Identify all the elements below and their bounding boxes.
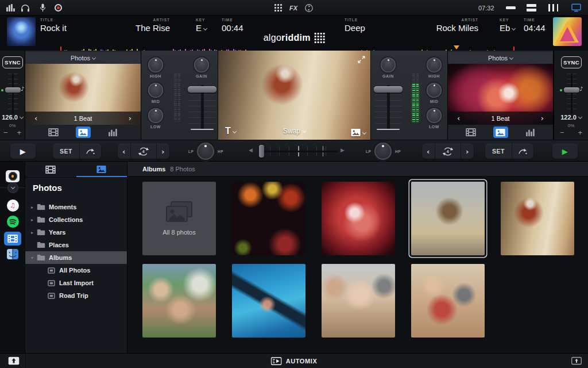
deck2-pitch-plus-button[interactable]: + — [578, 130, 582, 136]
deck2-media-image[interactable]: ‹ 1 Beat › — [448, 64, 553, 125]
photo-thumbnail[interactable] — [142, 264, 216, 338]
deck1-media-image[interactable]: ‹ 1 Beat › — [25, 64, 141, 125]
fullscreen-icon[interactable] — [358, 55, 365, 66]
deck1-jump-cue-button[interactable] — [80, 144, 101, 159]
deck2-loop-halve-button[interactable]: ‹ — [422, 144, 435, 159]
tree-item-last-import[interactable]: Last Import — [25, 277, 127, 289]
deck1-mid-knob[interactable] — [148, 83, 163, 98]
deck2-loop-button[interactable]: 4 — [435, 144, 461, 159]
photo-thumbnail[interactable] — [501, 182, 574, 255]
tree-item-collections[interactable]: ▸ Collections — [25, 213, 127, 226]
all-photos-tile[interactable]: All 8 photos — [142, 182, 216, 255]
video-tab-icon[interactable] — [463, 126, 478, 138]
deck1-volume-fader[interactable] — [188, 85, 216, 130]
video-tab-icon[interactable] — [46, 126, 61, 138]
view-quad-icon[interactable] — [547, 0, 559, 16]
next-beat-button[interactable]: › — [541, 114, 544, 122]
deck2-bpm-value[interactable]: 122.0 — [554, 114, 588, 121]
disclosure-right-icon[interactable]: ▸ — [29, 205, 36, 210]
deck2-pitch-minus-button[interactable]: − — [560, 130, 564, 136]
record-icon[interactable] — [52, 0, 64, 16]
photo-thumbnail[interactable] — [411, 264, 485, 338]
itunes-icon[interactable]: ♫ — [0, 200, 25, 212]
deck2-loop-double-button[interactable]: › — [461, 144, 474, 159]
deck1-key[interactable]: KEY E — [196, 18, 207, 33]
photo-thumbnail-selected[interactable] — [411, 182, 485, 255]
deck1-loop-double-button[interactable]: › — [157, 144, 169, 159]
deck1-bpm-value[interactable]: 126.0 — [0, 114, 25, 121]
videos-source-icon[interactable] — [0, 232, 25, 246]
spotify-icon[interactable] — [0, 216, 25, 228]
deck2-low-knob[interactable] — [427, 108, 442, 123]
disclosure-down-icon[interactable]: ▾ — [29, 255, 36, 260]
finder-icon[interactable] — [0, 249, 25, 259]
photo-source-button[interactable] — [351, 129, 366, 136]
tree-item-moments[interactable]: ▸ Moments — [25, 201, 127, 213]
deck1-pitch-minus-button[interactable]: − — [3, 130, 8, 136]
deck2-mid-knob[interactable] — [427, 83, 442, 98]
deck1-filter-knob[interactable] — [197, 143, 214, 160]
deck1-media-source-dropdown[interactable]: Photos — [25, 52, 141, 64]
deck2-set-cue-button[interactable]: SET — [485, 144, 512, 159]
microphone-icon[interactable] — [37, 0, 48, 16]
deck2-time[interactable]: TIME 04:44 — [524, 18, 546, 33]
display-output-icon[interactable] — [570, 0, 582, 16]
deck2-volume-fader[interactable] — [374, 85, 403, 130]
previous-beat-button[interactable]: ‹ — [457, 114, 460, 122]
photo-tab-icon[interactable] — [493, 126, 508, 138]
headphones-icon[interactable] — [20, 0, 31, 16]
photo-tab-icon[interactable] — [76, 126, 91, 138]
deck1-gain-knob[interactable] — [194, 57, 209, 72]
photo-thumbnail[interactable] — [322, 264, 395, 338]
tree-item-places[interactable]: Places — [25, 239, 127, 251]
deck1-pitch-slider[interactable] — [5, 87, 21, 93]
deck1-high-knob[interactable] — [148, 57, 163, 72]
next-beat-button[interactable]: › — [129, 114, 131, 122]
photo-thumbnail[interactable] — [232, 182, 305, 255]
deck1-set-cue-button[interactable]: SET — [53, 144, 79, 159]
equalizer-tab-icon[interactable] — [106, 126, 121, 138]
deck1-low-knob[interactable] — [148, 108, 163, 123]
deck2-jump-cue-button[interactable] — [512, 144, 533, 159]
beat-length-label[interactable]: 1 Beat — [74, 115, 92, 122]
deck1-loop-button[interactable]: 4 — [131, 144, 156, 159]
tree-item-all-photos[interactable]: All Photos — [25, 264, 127, 277]
tree-item-years[interactable]: ▸ Years — [25, 226, 127, 239]
view-single-icon[interactable] — [505, 0, 516, 16]
deck2-media-source-dropdown[interactable]: Photos — [448, 52, 553, 64]
deck2-high-knob[interactable] — [427, 57, 442, 72]
tab-videos[interactable] — [25, 162, 76, 177]
crossfader[interactable] — [258, 147, 338, 156]
library-levels-icon[interactable] — [5, 0, 16, 16]
deck2-play-button[interactable]: ▶ — [552, 144, 578, 159]
fx-button[interactable]: FX — [287, 0, 300, 16]
djay-library-icon[interactable] — [0, 170, 25, 182]
disclosure-right-icon[interactable]: ▸ — [29, 217, 36, 223]
import-tray-icon[interactable] — [8, 356, 20, 365]
deck2-pitch-slider[interactable] — [564, 87, 579, 93]
crossfader-handle[interactable] — [259, 145, 264, 158]
grid-view-icon[interactable] — [272, 0, 284, 16]
equalizer-tab-icon[interactable] — [523, 126, 538, 138]
deck2-filter-knob[interactable] — [374, 143, 392, 160]
deck1-sync-button[interactable]: SYNC — [2, 56, 23, 68]
collapse-chevron-icon[interactable] — [0, 182, 25, 193]
deck2-key[interactable]: KEY Eb — [500, 18, 515, 33]
deck1-loop-halve-button[interactable]: ‹ — [118, 144, 130, 159]
tree-item-road-trip[interactable]: Road Trip — [25, 289, 127, 302]
deck2-gain-knob[interactable] — [381, 57, 396, 72]
tab-photos[interactable] — [76, 162, 127, 177]
tree-item-albums[interactable]: ▾ Albums — [25, 251, 127, 264]
deck1-time[interactable]: TIME 00:44 — [222, 18, 243, 33]
photo-thumbnail[interactable] — [232, 264, 305, 338]
disclosure-right-icon[interactable]: ▸ — [29, 230, 36, 235]
beat-length-label[interactable]: 1 Beat — [492, 115, 510, 122]
swap-button[interactable]: Swap — [283, 127, 305, 135]
automix-button[interactable]: AUTOMIX — [271, 354, 318, 368]
deck2-sync-button[interactable]: SYNC — [561, 56, 582, 68]
auto-sync-icon[interactable] — [303, 0, 315, 16]
panel-toggle-icon[interactable] — [571, 356, 582, 365]
text-overlay-button[interactable]: T — [225, 126, 236, 136]
view-split-icon[interactable] — [525, 0, 537, 16]
photo-thumbnail[interactable] — [322, 182, 395, 255]
